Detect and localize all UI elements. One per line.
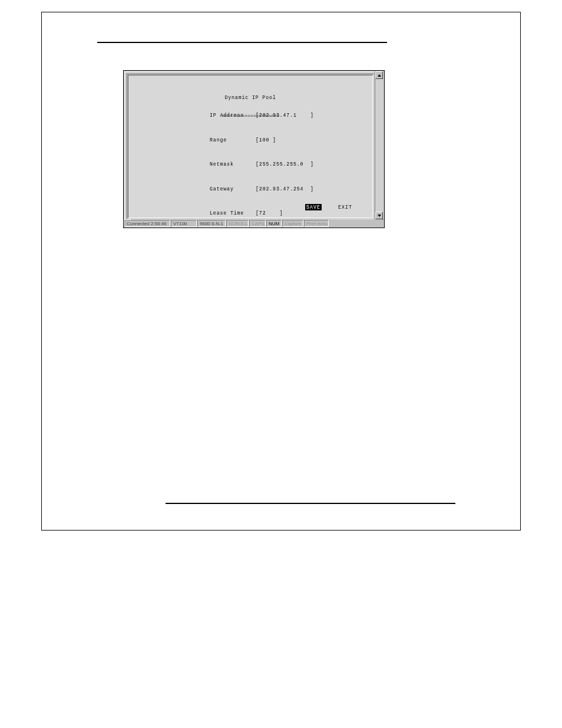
status-emulation: VT100	[171, 220, 197, 227]
action-row: SAVE EXIT	[305, 204, 352, 210]
field-label: Lease Time	[210, 210, 256, 216]
field-label: Range	[210, 137, 256, 143]
status-bar: Connected 2:58:46 VT100 9600 8-N-1 SCROL…	[124, 220, 384, 227]
field-value[interactable]: [100 ]	[256, 137, 276, 143]
field-value[interactable]: [72 ]	[256, 210, 283, 216]
status-line-settings: 9600 8-N-1	[197, 220, 226, 227]
terminal-viewport: Dynamic IP Pool ==================== IP …	[128, 75, 373, 218]
field-netmask: Netmask [255.255.255.0 ]	[210, 161, 369, 167]
field-value[interactable]: [202.93.47.1 ]	[256, 112, 314, 118]
arrow-down-icon	[378, 215, 381, 217]
field-range: Range [100 ]	[210, 137, 369, 143]
scrollbar-vertical[interactable]	[375, 71, 384, 219]
field-value[interactable]: [202.93.47.254 ]	[256, 186, 314, 192]
status-capture: Capture	[282, 220, 303, 227]
status-caps: CAPS	[249, 220, 266, 227]
field-label: Gateway	[210, 186, 256, 192]
status-connected: Connected 2:58:46	[124, 220, 170, 227]
status-printecho: Print echo	[304, 220, 329, 227]
field-value[interactable]: [255.255.255.0 ]	[256, 161, 314, 167]
terminal-window: Dynamic IP Pool ==================== IP …	[123, 70, 385, 228]
scroll-down-button[interactable]	[375, 212, 383, 219]
save-button[interactable]: SAVE	[305, 204, 322, 210]
field-ip-address: IP Address [202.93.47.1 ]	[210, 112, 369, 118]
page-frame: Dynamic IP Pool ==================== IP …	[41, 12, 521, 531]
status-scroll: SCROLL	[226, 220, 249, 227]
document-page: Dynamic IP Pool ==================== IP …	[0, 0, 562, 728]
status-num: NUM	[266, 220, 282, 227]
terminal-viewport-frame: Dynamic IP Pool ==================== IP …	[127, 74, 374, 219]
exit-button[interactable]: EXIT	[338, 204, 352, 210]
form-area: IP Address [202.93.47.1 ] Range [100 ] N…	[210, 99, 369, 218]
field-label: Netmask	[210, 161, 256, 167]
field-gateway: Gateway [202.93.47.254 ]	[210, 186, 369, 192]
field-label: IP Address	[210, 112, 256, 118]
scroll-up-button[interactable]	[375, 71, 383, 79]
heading-rule-bottom	[166, 503, 455, 504]
arrow-up-icon	[378, 74, 381, 77]
heading-rule-top	[97, 42, 387, 43]
field-lease-time: Lease Time [72 ]	[210, 210, 369, 216]
